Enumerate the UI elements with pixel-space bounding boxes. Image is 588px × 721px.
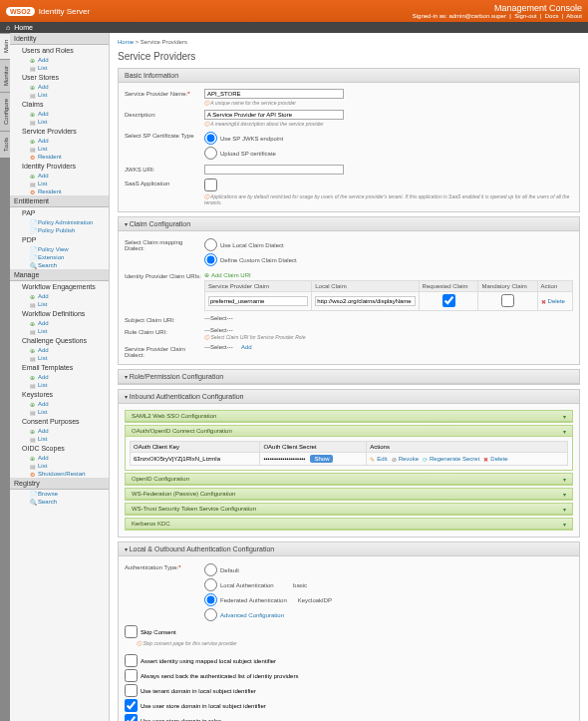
- sidebar-group[interactable]: OIDC Scopes: [10, 443, 109, 454]
- sidebar-item[interactable]: ⊕Add: [10, 56, 109, 64]
- localout-head[interactable]: Local & Outbound Authentication Configur…: [119, 542, 579, 556]
- sidebar-item[interactable]: ▤List: [10, 145, 109, 153]
- sidebar-item[interactable]: ▤List: [10, 354, 109, 362]
- desc-input[interactable]: [204, 110, 344, 120]
- sidebar-item[interactable]: ⊕Add: [10, 110, 109, 118]
- sidebar-item[interactable]: ▤List: [10, 327, 109, 335]
- roleperm-head[interactable]: Role/Permission Configuration: [119, 370, 579, 384]
- auth-local-radio[interactable]: [204, 578, 217, 591]
- claim-config-head[interactable]: Claim Configuration: [119, 217, 579, 231]
- breadcrumb-home[interactable]: Home: [118, 39, 134, 45]
- tab-configure[interactable]: Configure: [0, 92, 10, 131]
- sidebar-group[interactable]: PDP: [10, 234, 109, 245]
- about-link[interactable]: About: [566, 13, 582, 19]
- auth-adv-radio[interactable]: [204, 608, 217, 621]
- sidebar-item[interactable]: ⊕Add: [10, 83, 109, 91]
- sidebar-item[interactable]: ▤List: [10, 91, 109, 99]
- delete-oauth-link[interactable]: ✖ Delete: [483, 456, 507, 463]
- cert-jwks-radio[interactable]: [204, 132, 217, 145]
- docs-link[interactable]: Docs: [545, 13, 559, 19]
- sidebar-item[interactable]: ⚙Resident: [10, 153, 109, 161]
- sp-claim-input[interactable]: [208, 296, 308, 306]
- sidebar-item[interactable]: ⚙Resident: [10, 187, 109, 195]
- role-select[interactable]: ---Select---: [204, 327, 233, 333]
- saml-head[interactable]: SAML2 Web SSO Configuration: [126, 411, 572, 422]
- dialect-local-radio[interactable]: [204, 238, 217, 251]
- home-icon[interactable]: ⌂: [6, 24, 10, 31]
- sidebar-group[interactable]: Users and Roles: [10, 45, 109, 56]
- tab-tools[interactable]: Tools: [0, 131, 10, 158]
- sidebar-item[interactable]: 📄Policy Publish: [10, 226, 109, 234]
- sidebar-item[interactable]: ▤List: [10, 180, 109, 187]
- sidebar-item[interactable]: ▤List: [10, 435, 109, 443]
- sidebar-group[interactable]: Challenge Questions: [10, 335, 109, 346]
- signout-link[interactable]: Sign-out: [514, 13, 536, 19]
- tab-main[interactable]: Main: [0, 33, 10, 59]
- tenant-domain-checkbox[interactable]: [125, 684, 138, 697]
- wstrust-head[interactable]: WS-Trust Security Token Service Configur…: [126, 504, 572, 515]
- saas-checkbox[interactable]: [204, 179, 217, 191]
- sidebar-group[interactable]: Keystores: [10, 389, 109, 400]
- sidebar-group[interactable]: Claims: [10, 99, 109, 110]
- sidebar-group[interactable]: PAP: [10, 207, 109, 218]
- cert-upload-radio[interactable]: [204, 147, 217, 160]
- sidebar-item[interactable]: 🔍Search: [10, 261, 109, 269]
- sidebar-item[interactable]: ▤List: [10, 300, 109, 308]
- sidebar-item[interactable]: ⊕Add: [10, 292, 109, 300]
- sp-name-input[interactable]: [204, 89, 344, 99]
- home-label[interactable]: Home: [14, 24, 33, 31]
- add-claim-link[interactable]: ⊕ Add Claim URI: [204, 271, 251, 278]
- subject-select[interactable]: ---Select---: [204, 315, 233, 321]
- sidebar-group[interactable]: Consent Purposes: [10, 416, 109, 427]
- sidebar-item[interactable]: ⊕Add: [10, 373, 109, 381]
- sidebar-item[interactable]: ⊕Add: [10, 346, 109, 354]
- oauth-head[interactable]: OAuth/OpenID Connect Configuration: [126, 426, 572, 437]
- sidebar-item[interactable]: ⊕Add: [10, 319, 109, 327]
- sidebar-item[interactable]: 📄Policy Administration: [10, 218, 109, 226]
- local-auth-val[interactable]: basic: [293, 582, 307, 588]
- sidebar-item[interactable]: ⊕Add: [10, 400, 109, 408]
- inbound-head[interactable]: Inbound Authentication Configuration: [119, 390, 579, 404]
- jwks-input[interactable]: [204, 165, 344, 175]
- sidebar-item[interactable]: 📄Policy View: [10, 245, 109, 253]
- auth-default-radio[interactable]: [204, 563, 217, 576]
- userstore-roles-checkbox[interactable]: [125, 714, 138, 721]
- sidebar-item[interactable]: ▤List: [10, 408, 109, 416]
- openid-head[interactable]: OpenID Configuration: [126, 474, 572, 485]
- wsfed-head[interactable]: WS-Federation (Passive) Configuration: [126, 489, 572, 500]
- assert-identity-checkbox[interactable]: [125, 654, 138, 667]
- sidebar-group[interactable]: Identity Providers: [10, 161, 109, 172]
- auth-fed-radio[interactable]: [204, 593, 217, 606]
- sp-dialect-select[interactable]: ---Select---: [204, 344, 233, 350]
- kerberos-head[interactable]: Kerberos KDC: [126, 519, 572, 530]
- local-claim-input[interactable]: [315, 296, 415, 306]
- sidebar-item[interactable]: ▤List: [10, 381, 109, 389]
- delete-claim-link[interactable]: ✖ Delete: [541, 298, 565, 305]
- edit-link[interactable]: ✎ Edit: [370, 456, 387, 463]
- sendback-idp-checkbox[interactable]: [125, 669, 138, 682]
- revoke-link[interactable]: ⊘ Revoke: [392, 456, 419, 463]
- dialect-custom-radio[interactable]: [204, 253, 217, 266]
- sidebar-item[interactable]: 📄Extension: [10, 253, 109, 261]
- sidebar-item[interactable]: 📄Browse: [10, 490, 109, 498]
- sidebar-item[interactable]: ▤List: [10, 462, 109, 470]
- sidebar-item[interactable]: ▤List: [10, 118, 109, 126]
- regen-link[interactable]: ⟳ Regenerate Secret: [423, 456, 479, 463]
- sidebar-group[interactable]: User Stores: [10, 72, 109, 83]
- sidebar-group[interactable]: Workflow Definitions: [10, 308, 109, 319]
- fed-auth-val[interactable]: KeycloakIDP: [298, 597, 332, 603]
- add-dialect-link[interactable]: Add: [241, 344, 252, 350]
- show-secret-button[interactable]: Show: [310, 455, 333, 463]
- sidebar-item[interactable]: ⊕Add: [10, 172, 109, 180]
- sidebar-item[interactable]: ⊕Add: [10, 454, 109, 462]
- sidebar-item[interactable]: ⊕Add: [10, 427, 109, 435]
- sidebar-group[interactable]: Workflow Engagements: [10, 281, 109, 292]
- userstore-subject-checkbox[interactable]: [125, 699, 138, 712]
- sidebar-item[interactable]: ⚙Shutdown/Restart: [10, 470, 109, 478]
- skip-consent-checkbox[interactable]: [125, 625, 138, 638]
- adv-config-link[interactable]: Advanced Configuration: [220, 612, 284, 618]
- sidebar-group[interactable]: Service Providers: [10, 126, 109, 137]
- tab-monitor[interactable]: Monitor: [0, 59, 10, 92]
- sidebar-item[interactable]: ⊕Add: [10, 137, 109, 145]
- sidebar-item[interactable]: ▤List: [10, 64, 109, 72]
